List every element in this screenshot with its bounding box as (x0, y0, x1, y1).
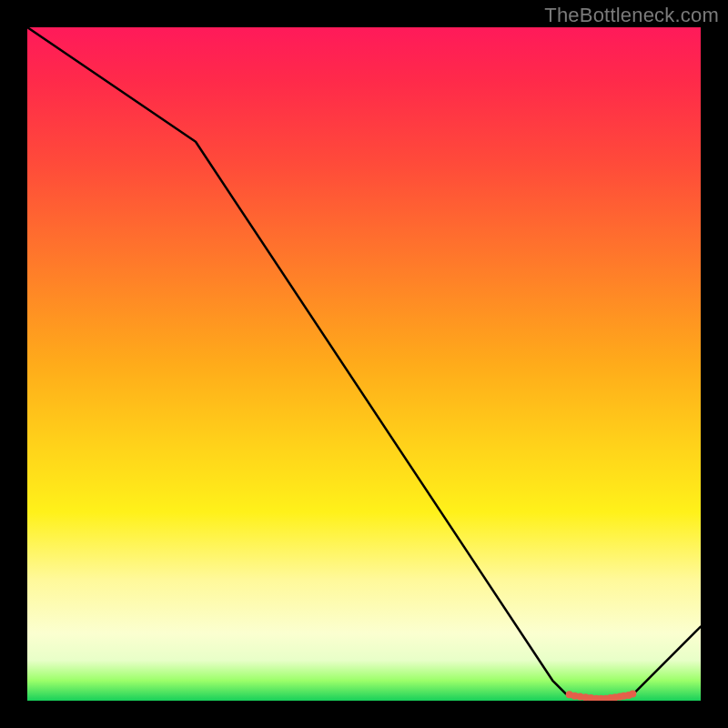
plot-area (27, 27, 701, 701)
sweet-spot-markers (566, 691, 637, 701)
chart-stage: TheBottleneck.com (0, 0, 728, 728)
chart-overlay-svg (27, 27, 701, 701)
watermark-text: TheBottleneck.com (544, 4, 719, 27)
bottleneck-curve-path (27, 27, 701, 699)
sweet-spot-dot (629, 691, 636, 698)
